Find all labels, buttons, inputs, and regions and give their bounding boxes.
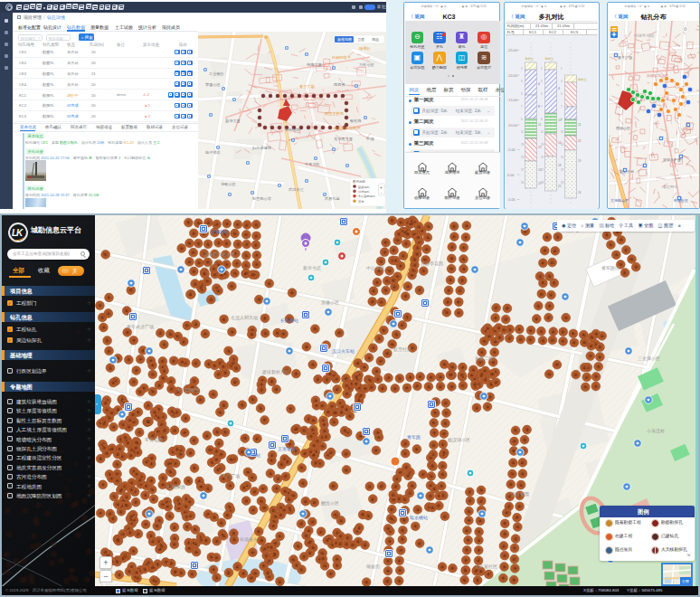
svg-text:妇幼保健院: 妇幼保健院 <box>252 146 272 150</box>
svg-text:15: 15 <box>578 139 582 143</box>
svg-text:名流人和天地: 名流人和天地 <box>231 315 258 321</box>
svg-text:西西弗: 西西弗 <box>334 82 345 87</box>
svg-text:图例说明: 图例说明 <box>353 179 365 184</box>
svg-text:18: 18 <box>558 164 562 167</box>
svg-text:-5.00: -5.00 <box>507 198 516 202</box>
svg-text:新华书店: 新华书店 <box>303 265 321 270</box>
svg-text:19: 19 <box>578 159 582 163</box>
svg-text:汉口火车站: 汉口火车站 <box>332 348 355 355</box>
svg-text:金潭路站: 金潭路站 <box>211 229 229 235</box>
svg-text:勘探钻孔: 勘探钻孔 <box>358 185 371 189</box>
svg-text:杂填土: 杂填土 <box>578 78 587 81</box>
svg-text:-10.00: -10.00 <box>507 123 517 127</box>
svg-text:红旗渠路: 红旗渠路 <box>167 484 185 489</box>
svg-text:13: 13 <box>521 143 525 147</box>
svg-text:青年成才广场: 青年成才广场 <box>127 324 154 330</box>
svg-text:19: 19 <box>541 181 544 185</box>
svg-text:温馨小区: 温馨小区 <box>321 299 339 306</box>
svg-text:本次勘察钻孔: 本次勘察钻孔 <box>358 194 376 198</box>
svg-text:15: 15 <box>561 156 564 159</box>
svg-text:武汉长江: 武汉长江 <box>289 187 305 192</box>
svg-text:4: 4 <box>558 87 560 90</box>
svg-text:武昌礼堂: 武昌礼堂 <box>325 196 341 201</box>
svg-text:11: 11 <box>561 130 563 134</box>
svg-text:-25.00: -25.00 <box>507 49 517 52</box>
svg-text:名汇中心: 名汇中心 <box>663 185 677 189</box>
svg-text:杂填土: 杂填土 <box>544 57 553 61</box>
svg-text:万松小区: 万松小区 <box>359 62 375 67</box>
svg-text:4: 4 <box>538 82 540 86</box>
svg-text:银墩街: 银墩街 <box>366 564 380 570</box>
svg-text:⚙: ⚙ <box>683 26 687 32</box>
svg-text:17: 17 <box>521 168 525 172</box>
svg-text:航空社区: 航空社区 <box>393 346 411 353</box>
svg-text:电子酒店: 电子酒店 <box>205 150 221 155</box>
svg-text:常青花园: 常青花园 <box>145 437 163 443</box>
svg-text:杨汊湖小区: 杨汊湖小区 <box>447 437 470 443</box>
svg-text:文华路小学: 文华路小学 <box>610 198 629 203</box>
svg-text:-5.00: -5.00 <box>507 148 516 152</box>
svg-text:17: 17 <box>541 168 544 172</box>
svg-text:依柳园北小区: 依柳园北小区 <box>647 73 668 78</box>
svg-text:统建千福园: 统建千福园 <box>634 33 655 38</box>
svg-text:青年路: 青年路 <box>407 434 421 440</box>
svg-text:中城: 中城 <box>366 137 374 141</box>
svg-text:锦和路欢乐料理: 锦和路欢乐料理 <box>333 126 361 130</box>
svg-text:17: 17 <box>561 168 564 172</box>
svg-text:11: 11 <box>541 130 544 134</box>
svg-text:取水楼站: 取水楼站 <box>410 515 428 520</box>
svg-text:发展二路: 发展二路 <box>475 355 493 361</box>
svg-text:其他: 其他 <box>358 200 364 204</box>
svg-text:操场角头: 操场角头 <box>240 536 258 543</box>
svg-text:已完钻孔: 已完钻孔 <box>358 190 371 194</box>
svg-text:银松路: 银松路 <box>349 118 362 123</box>
svg-text:0.00: 0.00 <box>507 173 514 176</box>
svg-text:大江园南区: 大江园南区 <box>176 387 199 393</box>
svg-text:8: 8 <box>538 105 540 109</box>
svg-text:13: 13 <box>541 143 544 147</box>
svg-text:长港路站: 长港路站 <box>280 317 298 324</box>
svg-text:15: 15 <box>521 156 525 159</box>
svg-text:11: 11 <box>521 130 524 134</box>
svg-text:中奇万松: 中奇万松 <box>305 162 321 166</box>
svg-text:13: 13 <box>561 143 564 147</box>
svg-text:-15.00: -15.00 <box>507 99 517 102</box>
svg-text:白鹤的饺子: 白鹤的饺子 <box>332 55 352 60</box>
svg-text:-20.00: -20.00 <box>507 73 517 77</box>
svg-text:建设新村片区: 建设新村片区 <box>261 369 289 375</box>
svg-text:山海星天地小区: 山海星天地小区 <box>203 251 235 258</box>
svg-text:12: 12 <box>578 123 582 127</box>
svg-text:杂填土: 杂填土 <box>525 57 534 61</box>
svg-text:王家墩东: 王家墩东 <box>278 446 296 452</box>
svg-text:15: 15 <box>541 156 544 159</box>
svg-text:天立广场: 天立广场 <box>222 473 240 479</box>
svg-text:酩悦小区: 酩悦小区 <box>321 500 339 507</box>
svg-text:卫星: 卫星 <box>357 37 364 42</box>
svg-text:19: 19 <box>521 181 525 185</box>
svg-text:三金潭小区: 三金潭小区 <box>638 355 660 362</box>
svg-text:汉口碧園: 汉口碧園 <box>511 491 529 498</box>
svg-text:22: 22 <box>558 185 562 188</box>
svg-text:24: 24 <box>578 191 582 194</box>
svg-text:百步亭花园: 百步亭花园 <box>421 261 443 267</box>
svg-text:小车寨社区: 小车寨社区 <box>475 564 497 569</box>
svg-text:11: 11 <box>538 123 542 127</box>
svg-text:中山华庭: 中山华庭 <box>366 265 384 270</box>
svg-text:小东流村: 小东流村 <box>647 428 665 434</box>
svg-text:将军路街: 将军路街 <box>601 265 620 271</box>
svg-text:航空路小学: 航空路小学 <box>252 196 272 201</box>
svg-text:19: 19 <box>561 181 564 185</box>
svg-text:华银小区: 华银小区 <box>221 182 237 186</box>
svg-text:范湖站: 范湖站 <box>247 452 260 459</box>
svg-text:协和医院: 协和医院 <box>285 128 301 132</box>
